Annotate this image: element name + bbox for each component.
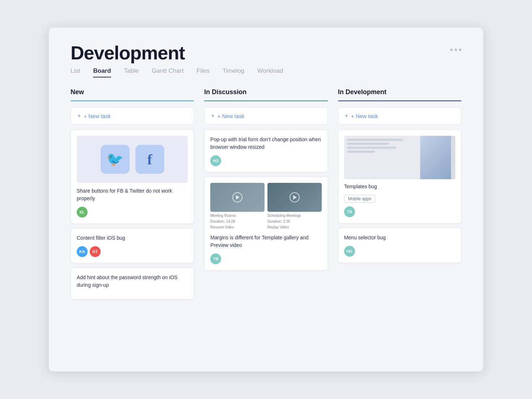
column-development: In Development + + New task xyxy=(338,88,461,304)
screenshot-line xyxy=(347,147,396,149)
column-new: New + + New task 🐦 f Share buttons for F… xyxy=(71,88,194,304)
tab-gantt[interactable]: Gantt Chart xyxy=(152,67,183,77)
dot xyxy=(450,49,453,51)
nav-tabs: List Board Table Gantt Chart Files Timel… xyxy=(71,67,461,77)
avatar-hg: HG xyxy=(344,246,355,257)
page-title: Development xyxy=(71,42,185,64)
tab-files[interactable]: Files xyxy=(197,67,210,77)
card-margins: Meeting Rooms Duration: 14:28 Resume Vid… xyxy=(204,177,328,270)
screenshot-preview xyxy=(344,136,455,179)
video-meta-2: Scheduling Meetings Duration: 2:35 Repla… xyxy=(267,213,322,230)
video2-resume: Replay Video xyxy=(267,224,322,230)
screenshot-line xyxy=(347,151,375,153)
card-content-filter-assignees: KN RT xyxy=(77,246,188,257)
card-password-text: Add hint about the password strength on … xyxy=(77,274,188,289)
new-task-button-discussion[interactable]: + + New task xyxy=(204,107,328,125)
card-content-filter-text: Content filter iOS bug xyxy=(77,234,188,242)
avatar-tr: TR xyxy=(344,206,355,217)
plus-icon: + xyxy=(77,113,81,119)
video2-label: Scheduling Meetings xyxy=(267,213,322,219)
board-columns: New + + New task 🐦 f Share buttons for F… xyxy=(71,88,461,304)
card-social-share: 🐦 f Share buttons for FB & Twitter do no… xyxy=(71,130,194,224)
column-discussion-header: In Discussion xyxy=(204,88,328,96)
screenshot-line xyxy=(347,143,389,145)
tab-list[interactable]: List xyxy=(71,67,80,77)
dot xyxy=(455,49,457,51)
new-task-button-development[interactable]: + + New task xyxy=(338,107,461,125)
play-icon-2 xyxy=(290,192,300,202)
screenshot-sidebar xyxy=(451,136,455,179)
video-thumbnails: Meeting Rooms Duration: 14:28 Resume Vid… xyxy=(210,183,321,230)
twitter-icon: 🐦 xyxy=(106,151,123,167)
screenshot-right xyxy=(420,136,455,179)
mobile-apps-tag: Mobile apps xyxy=(344,195,376,203)
avatar-tr: TR xyxy=(210,253,221,264)
play-triangle xyxy=(293,195,297,200)
avatar-kl: KL xyxy=(77,207,88,218)
tab-board[interactable]: Board xyxy=(93,67,111,77)
video1-label: Meeting Rooms xyxy=(210,213,265,219)
column-discussion-divider xyxy=(204,100,328,101)
plus-icon: + xyxy=(345,113,348,119)
play-icon-1 xyxy=(232,192,242,202)
video-thumb-2 xyxy=(267,183,322,212)
dot xyxy=(459,49,461,51)
card-popup: Pop-up with trial form don't change posi… xyxy=(204,130,328,172)
card-social-assignees: KL xyxy=(77,207,188,218)
new-task-label: + New task xyxy=(218,113,245,119)
card-social-text: Share buttons for FB & Twitter do not wo… xyxy=(77,187,188,202)
facebook-icon: f xyxy=(147,151,152,168)
video1-resume: Resume Video xyxy=(210,224,265,230)
card-templates-text: Templates bug xyxy=(344,183,455,190)
tab-timelog[interactable]: Timelog xyxy=(223,67,244,77)
new-task-label: + New task xyxy=(84,113,111,119)
column-discussion: In Discussion + + New task Pop-up with t… xyxy=(204,88,328,304)
app-container: Development List Board Table Gantt Chart… xyxy=(49,28,483,371)
card-templates-bug: Templates bug Mobile apps TR xyxy=(338,130,461,223)
video2-duration: Duration: 2:35 xyxy=(267,219,322,224)
card-password-hint: Add hint about the password strength on … xyxy=(71,268,194,299)
card-popup-assignees: HG xyxy=(210,155,321,166)
column-development-divider xyxy=(338,100,461,101)
card-margins-text: Margins is different for Template galler… xyxy=(210,234,321,249)
column-new-divider xyxy=(71,100,194,101)
screenshot-left xyxy=(344,136,420,179)
social-icons-image: 🐦 f xyxy=(77,136,188,183)
video-meta-1: Meeting Rooms Duration: 14:28 Resume Vid… xyxy=(210,213,265,230)
card-menu-selector: Menu selector bug HG xyxy=(338,228,461,263)
twitter-icon-box: 🐦 xyxy=(101,145,130,174)
column-new-header: New xyxy=(71,88,194,96)
tab-table[interactable]: Table xyxy=(124,67,139,77)
card-menu-text: Menu selector bug xyxy=(344,234,455,242)
card-popup-text: Pop-up with trial form don't change posi… xyxy=(210,136,321,151)
plus-icon: + xyxy=(211,113,214,119)
screenshot-line xyxy=(347,139,403,141)
avatar-hg: HG xyxy=(210,155,221,166)
facebook-icon-box: f xyxy=(135,145,164,174)
card-content-filter: Content filter iOS bug KN RT xyxy=(71,228,194,263)
new-task-label: + New task xyxy=(351,113,378,119)
card-menu-assignees: HG xyxy=(344,246,455,257)
video-thumb-1 xyxy=(210,183,265,212)
card-templates-assignees: TR xyxy=(344,206,455,217)
column-development-header: In Development xyxy=(338,88,461,96)
avatar-rt: RT xyxy=(90,246,101,257)
card-margins-assignees: TR xyxy=(210,253,321,264)
play-triangle xyxy=(236,195,240,200)
avatar-kn: KN xyxy=(77,246,88,257)
video1-duration: Duration: 14:28 xyxy=(210,219,265,224)
more-options-button[interactable] xyxy=(450,42,461,51)
header: Development xyxy=(71,42,461,64)
tab-workload[interactable]: Workload xyxy=(257,67,283,77)
new-task-button-new[interactable]: + + New task xyxy=(71,107,194,125)
